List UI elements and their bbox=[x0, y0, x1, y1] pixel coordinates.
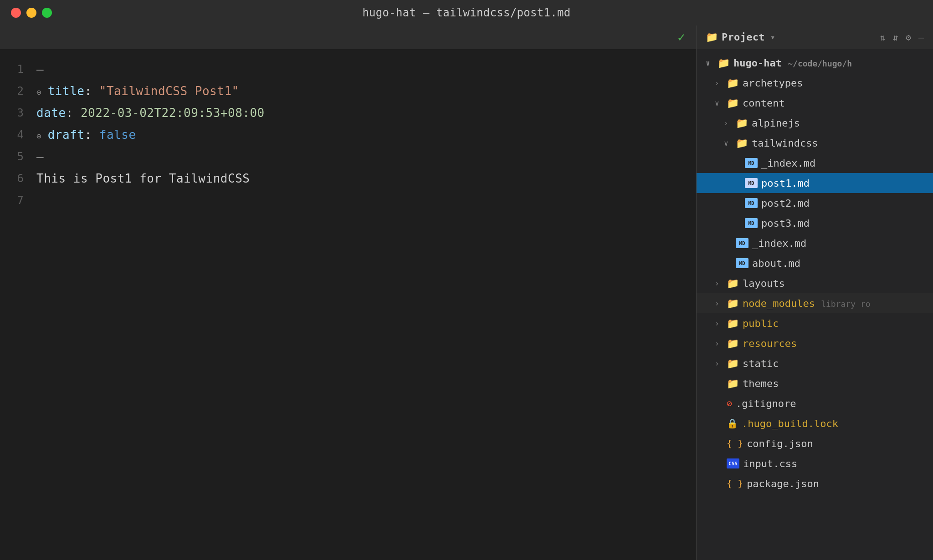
traffic-lights[interactable] bbox=[11, 8, 52, 18]
resources-chevron-icon: › bbox=[715, 339, 723, 348]
content-label: content bbox=[743, 97, 933, 109]
line-number-3: 3 bbox=[0, 102, 36, 124]
archetypes-chevron-icon: › bbox=[715, 79, 723, 87]
line-content-6: This is Post1 for TailwindCSS bbox=[36, 168, 696, 189]
index-content-label: _index.md bbox=[752, 238, 933, 249]
sidebar-header: 📁 Project ▾ ⇅ ⇵ ⚙ — bbox=[697, 25, 933, 49]
sidebar-toolbar-icons: ⇅ ⇵ ⚙ — bbox=[880, 32, 924, 43]
sidebar-item-resources[interactable]: › 📁 resources bbox=[697, 333, 933, 353]
resources-folder-icon: 📁 bbox=[727, 338, 739, 349]
layouts-label: layouts bbox=[743, 278, 933, 289]
root-folder-icon: 📁 bbox=[718, 57, 730, 69]
sidebar-item-gitignore[interactable]: › ⊘ .gitignore bbox=[697, 393, 933, 413]
window-title: hugo-hat – tailwindcss/post1.md bbox=[362, 6, 570, 19]
fold-icon-4: ⊖ bbox=[36, 131, 47, 141]
yaml-key-date: date bbox=[36, 106, 66, 120]
md-icon-post2: MD bbox=[745, 198, 758, 208]
sidebar-item-config-json[interactable]: › { } config.json bbox=[697, 433, 933, 453]
sidebar-item-index-content[interactable]: › MD _index.md bbox=[697, 233, 933, 253]
main-content: ✓ 1 — 2 ⊖ title: "TailwindCSS Post1" 3 d… bbox=[0, 25, 933, 560]
sort-icon[interactable]: ⇵ bbox=[893, 32, 898, 43]
settings-icon[interactable]: ⚙ bbox=[906, 32, 911, 43]
sidebar-item-archetypes[interactable]: › 📁 archetypes bbox=[697, 73, 933, 93]
sidebar-item-node-modules[interactable]: › 📁 node_modules library ro bbox=[697, 293, 933, 313]
themes-label: themes bbox=[743, 378, 933, 389]
maximize-button[interactable] bbox=[42, 8, 52, 18]
json-icon-package: { } bbox=[727, 478, 743, 489]
content-folder-icon: 📁 bbox=[727, 97, 739, 109]
code-editor[interactable]: 1 — 2 ⊖ title: "TailwindCSS Post1" 3 dat… bbox=[0, 49, 696, 560]
tree-item-root[interactable]: ∨ 📁 hugo-hat ~/code/hugo/h bbox=[697, 53, 933, 73]
sidebar-item-about[interactable]: › MD about.md bbox=[697, 253, 933, 273]
archetypes-folder-icon: 📁 bbox=[727, 77, 739, 89]
alpinejs-folder-icon: 📁 bbox=[736, 117, 748, 129]
code-line-4: 4 ⊖ draft: false bbox=[0, 124, 696, 146]
line-content-3: date: 2022-03-02T22:09:53+08:00 bbox=[36, 102, 696, 124]
sidebar-item-hugo-build[interactable]: › 🔒 .hugo_build.lock bbox=[697, 413, 933, 433]
sidebar-item-index-tw[interactable]: › MD _index.md bbox=[697, 153, 933, 173]
editor-toolbar: ✓ bbox=[0, 25, 696, 49]
line-content-2: ⊖ title: "TailwindCSS Post1" bbox=[36, 80, 696, 103]
public-folder-icon: 📁 bbox=[727, 318, 739, 329]
sidebar-item-post3[interactable]: › MD post3.md bbox=[697, 213, 933, 233]
project-chevron-icon[interactable]: ▾ bbox=[770, 32, 775, 42]
md-icon-index-content: MD bbox=[736, 238, 748, 248]
line-content-5: — bbox=[36, 146, 696, 168]
sidebar-title-area: 📁 Project ▾ bbox=[706, 31, 875, 43]
sidebar-item-package-json[interactable]: › { } package.json bbox=[697, 473, 933, 494]
sidebar-item-content[interactable]: ∨ 📁 content bbox=[697, 93, 933, 113]
post3-label: post3.md bbox=[761, 218, 933, 229]
sidebar-item-post2[interactable]: › MD post2.md bbox=[697, 193, 933, 213]
line-content-1: — bbox=[36, 58, 696, 80]
content-chevron-icon: ∨ bbox=[715, 99, 723, 107]
layouts-chevron-icon: › bbox=[715, 279, 723, 288]
gitignore-label: .gitignore bbox=[736, 398, 933, 409]
hugo-build-label: .hugo_build.lock bbox=[742, 418, 933, 429]
tailwindcss-folder-icon: 📁 bbox=[736, 137, 748, 149]
themes-folder-icon: 📁 bbox=[727, 378, 739, 389]
static-label: static bbox=[743, 358, 933, 369]
config-json-label: config.json bbox=[747, 438, 933, 449]
alpinejs-label: alpinejs bbox=[752, 117, 933, 129]
alpinejs-chevron-icon: › bbox=[724, 119, 732, 127]
sidebar-title: Project bbox=[722, 31, 765, 43]
sidebar-item-input-css[interactable]: › CSS input.css bbox=[697, 453, 933, 473]
sidebar-item-themes[interactable]: › 📁 themes bbox=[697, 373, 933, 393]
static-folder-icon: 📁 bbox=[727, 358, 739, 369]
yaml-value-date: 2022-03-02T22:09:53+08:00 bbox=[81, 106, 265, 120]
code-line-2: 2 ⊖ title: "TailwindCSS Post1" bbox=[0, 80, 696, 102]
close-button[interactable] bbox=[11, 8, 21, 18]
fold-icon-2: ⊖ bbox=[36, 87, 47, 97]
git-icon-gitignore: ⊘ bbox=[727, 398, 732, 409]
line-number-2: 2 bbox=[0, 80, 36, 102]
project-folder-icon: 📁 bbox=[706, 31, 718, 43]
close-sidebar-icon[interactable]: — bbox=[918, 32, 924, 43]
yaml-key-draft: draft bbox=[48, 128, 85, 142]
file-tree[interactable]: ∨ 📁 hugo-hat ~/code/hugo/h › 📁 archetype… bbox=[697, 49, 933, 560]
node-modules-chevron-icon: › bbox=[715, 299, 723, 308]
post1-label: post1.md bbox=[761, 178, 933, 189]
post2-label: post2.md bbox=[761, 198, 933, 209]
sidebar-item-layouts[interactable]: › 📁 layouts bbox=[697, 273, 933, 293]
sidebar-item-static[interactable]: › 📁 static bbox=[697, 353, 933, 373]
about-label: about.md bbox=[752, 258, 933, 269]
root-name: hugo-hat ~/code/hugo/h bbox=[733, 57, 933, 69]
layouts-folder-icon: 📁 bbox=[727, 278, 739, 289]
md-icon-about: MD bbox=[736, 258, 748, 268]
sidebar-item-tailwindcss[interactable]: ∨ 📁 tailwindcss bbox=[697, 133, 933, 153]
root-chevron: ∨ bbox=[706, 59, 714, 67]
sidebar-item-public[interactable]: › 📁 public bbox=[697, 313, 933, 333]
archetypes-label: archetypes bbox=[743, 77, 933, 89]
resources-label: resources bbox=[743, 338, 933, 349]
sidebar-item-alpinejs[interactable]: › 📁 alpinejs bbox=[697, 113, 933, 133]
line-number-7: 7 bbox=[0, 189, 36, 211]
minimize-button[interactable] bbox=[26, 8, 36, 18]
md-icon-index-tw: MD bbox=[745, 158, 758, 168]
sidebar-item-post1[interactable]: › MD post1.md bbox=[697, 173, 933, 193]
editor-panel: ✓ 1 — 2 ⊖ title: "TailwindCSS Post1" 3 d… bbox=[0, 25, 696, 560]
collapse-all-icon[interactable]: ⇅ bbox=[880, 32, 886, 43]
lock-icon-hugo-build: 🔒 bbox=[727, 418, 738, 429]
code-line-6: 6 This is Post1 for TailwindCSS bbox=[0, 168, 696, 189]
line-number-4: 4 bbox=[0, 124, 36, 146]
package-json-label: package.json bbox=[747, 478, 933, 489]
